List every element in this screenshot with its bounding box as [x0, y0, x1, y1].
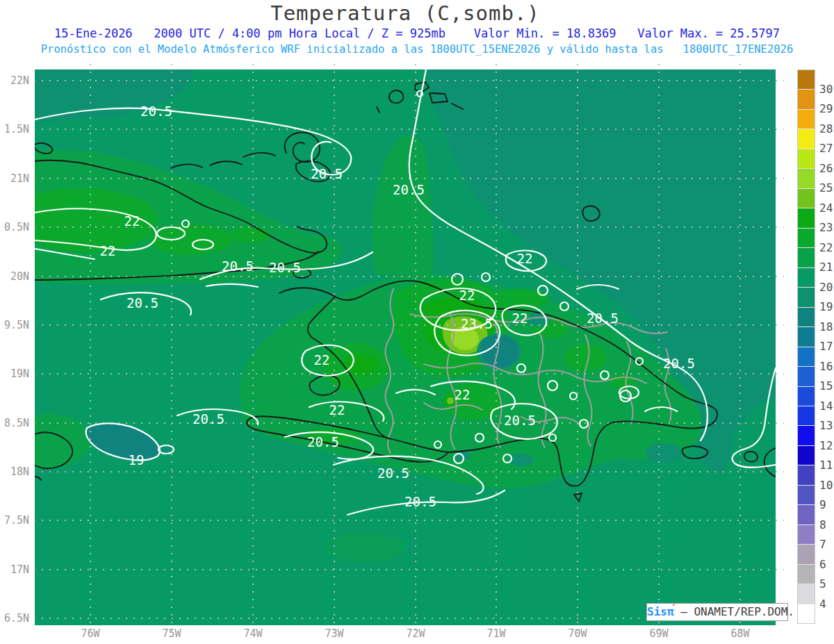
colorbar-tick-label: 28	[819, 122, 833, 135]
colorbar-tick-label: 19	[819, 300, 833, 313]
colorbar-segment	[798, 347, 815, 367]
lon-tick-label: 74W	[232, 627, 274, 640]
contour-value-label: 20.5	[140, 104, 172, 119]
lon-tick-label: 72W	[395, 627, 436, 640]
lon-tick-label: 70W	[557, 627, 598, 640]
colorbar-segment	[798, 465, 815, 485]
colorbar-segment	[798, 584, 815, 604]
contour-value-label: 22	[455, 387, 471, 402]
contour-value-label: 22	[459, 288, 475, 303]
colorbar-tick-label: 16	[819, 360, 833, 373]
contour-value-label: 22	[329, 402, 345, 418]
contour-value-label: 22	[314, 352, 330, 368]
contour-value-label: 19	[129, 452, 145, 468]
contour-value-label: 20.5	[393, 182, 425, 197]
contour-value-label: 20.5	[126, 295, 158, 311]
lat-tick-label: 19N	[10, 368, 29, 380]
page-title: Temperatura (C,somb.)	[35, 1, 776, 25]
lat-tick-label: 22N	[10, 74, 29, 87]
colorbar-segment	[798, 565, 815, 584]
colorbar-tick-label: 29	[819, 102, 833, 115]
map-canvas: 20.520.520.5222220.520.52220.52223.52220…	[35, 69, 776, 625]
colorbar-labels: 3029282726252423222120191817161514131211…	[819, 0, 834, 644]
lat-tick-label: 9.5N	[4, 319, 29, 331]
colorbar-tick-label: 5	[819, 577, 826, 591]
colorbar-segment	[798, 505, 815, 525]
colorbar-segment	[798, 189, 815, 208]
colorbar-segment	[798, 545, 815, 564]
contour-value-label: 22	[517, 251, 533, 266]
colorbar-segment	[798, 149, 815, 169]
lat-tick-label: 6.5N	[4, 612, 29, 625]
sispi-credit-box: Sisπ´ – ONAMET/REP.DOM.	[646, 603, 788, 621]
colorbar-segment	[798, 248, 815, 267]
colorbar-tick-label: 6	[819, 558, 826, 571]
colorbar-segment	[798, 288, 815, 307]
contour-value-label: 20.5	[504, 413, 536, 428]
colorbar-tick-label: 27	[819, 142, 833, 155]
colorbar-segment	[798, 229, 815, 248]
longitude-axis: 76W75W74W73W72W71W70W69W68W	[0, 627, 834, 643]
contour-value-label: 20.5	[377, 465, 409, 481]
lon-tick-label: 69W	[638, 627, 680, 640]
lat-tick-label: 21N	[10, 172, 29, 185]
temperature-shading-layer	[35, 69, 776, 625]
colorbar-tick-label: 23	[819, 221, 833, 234]
colorbar-tick-label: 13	[819, 419, 833, 432]
colorbar-tick-label: 11	[819, 459, 833, 472]
colorbar-tick-label: 20	[819, 281, 833, 294]
colorbar-segment	[798, 486, 815, 505]
colorbar-segment	[798, 604, 815, 623]
colorbar-tick-label: 25	[819, 181, 833, 195]
colorbar-segment	[798, 70, 815, 90]
contour-value-label: 20.5	[404, 494, 436, 509]
weather-map-page: Temperatura (C,somb.) 15-Ene-2026 2000 U…	[0, 0, 834, 644]
colorbar-tick-label: 21	[819, 261, 833, 274]
colorbar-segment	[798, 308, 815, 327]
contour-value-label: 22	[100, 243, 116, 258]
sispi-logo-text: Sis	[647, 605, 667, 618]
colorbar-segment	[798, 110, 815, 129]
colorbar-tick-label: 26	[819, 162, 833, 175]
colorbar-tick-label: 9	[819, 498, 826, 511]
forecast-valid-line: 15-Ene-2026 2000 UTC / 4:00 pm Hora Loca…	[0, 26, 834, 40]
lat-tick-label: 1.5N	[4, 123, 29, 135]
lat-tick-label: 7.5N	[4, 514, 29, 527]
colorbar-segment	[798, 446, 815, 465]
colorbar-segment	[798, 387, 815, 406]
colorbar-segment	[798, 90, 815, 109]
latitude-axis: 22N1.5N21N0.5N20N9.5N19N8.5N18N7.5N17N6.…	[0, 0, 31, 644]
contour-value-label: 20.5	[587, 311, 619, 326]
pi-accent-mark: ´	[671, 600, 676, 617]
contour-value-label: 22	[512, 311, 528, 326]
lat-tick-label: 20N	[10, 270, 29, 283]
credit-source-text: – ONAMET/REP.DOM.	[674, 605, 794, 618]
colorbar-segment	[798, 268, 815, 288]
lon-tick-label: 76W	[70, 627, 111, 640]
lat-tick-label: 0.5N	[4, 221, 29, 233]
colorbar-tick-label: 24	[819, 201, 833, 215]
colorbar-tick-label: 8	[819, 518, 826, 531]
contour-value-label: 20.5	[663, 356, 695, 371]
colorbar-segment	[798, 406, 815, 426]
colorbar-tick-label: 17	[819, 340, 833, 353]
colorbar-tick-label: 18	[819, 320, 833, 333]
colorbar-tick-label: 15	[819, 379, 833, 393]
colorbar-segment	[798, 129, 815, 149]
contour-value-label: 20.5	[193, 411, 224, 427]
colorbar-segment	[798, 367, 815, 386]
colorbar-tick-label: 30	[819, 83, 833, 96]
colorbar-tick-label: 22	[819, 241, 833, 254]
contour-value-label: 20.5	[222, 258, 254, 274]
colorbar-segment	[798, 169, 815, 188]
colorbar	[797, 69, 815, 624]
forecast-model-line: Pronóstico con el Modelo Atmósferico WRF…	[0, 43, 834, 56]
lat-tick-label: 18N	[10, 465, 29, 478]
colorbar-tick-label: 7	[819, 538, 826, 551]
lon-tick-label: 75W	[151, 627, 193, 640]
lon-tick-label: 71W	[475, 627, 517, 640]
contour-value-label: 23.5	[461, 316, 493, 331]
colorbar-tick-label: 14	[819, 399, 833, 413]
colorbar-segment	[798, 208, 815, 228]
colorbar-tick-label: 10	[819, 479, 833, 492]
